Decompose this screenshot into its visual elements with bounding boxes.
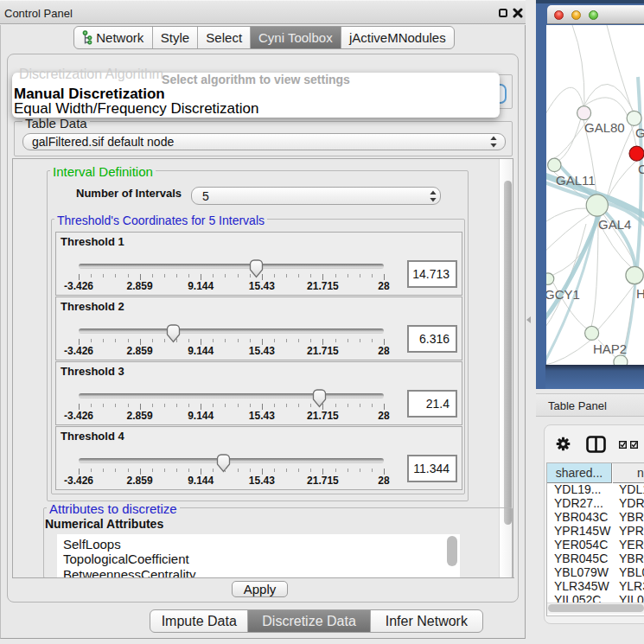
svg-text:GAL11: GAL11 xyxy=(556,173,596,188)
svg-text:GCY1: GCY1 xyxy=(546,287,580,302)
svg-text:HAP2: HAP2 xyxy=(593,341,627,356)
svg-text:C: C xyxy=(638,162,644,176)
svg-text:H: H xyxy=(636,286,644,301)
svg-text:G.: G. xyxy=(635,125,644,140)
svg-text:GAL80: GAL80 xyxy=(584,120,625,135)
svg-text:GAL4: GAL4 xyxy=(598,217,631,232)
